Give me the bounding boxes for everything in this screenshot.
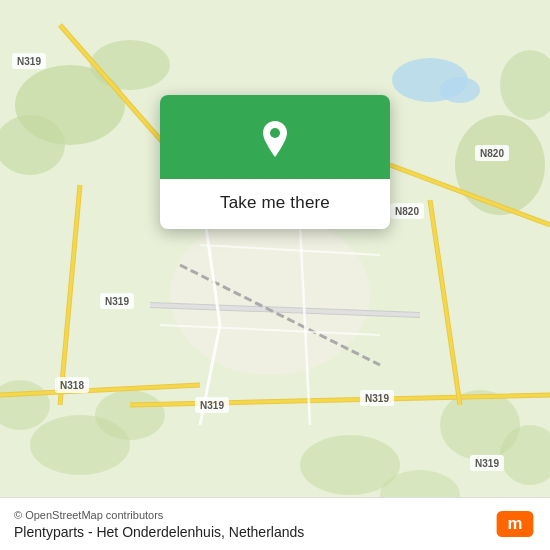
svg-point-2 bbox=[440, 77, 480, 103]
svg-point-5 bbox=[90, 40, 170, 90]
svg-point-6 bbox=[455, 115, 545, 215]
popup-card: Take me there bbox=[160, 95, 390, 229]
svg-text:N319: N319 bbox=[200, 400, 224, 411]
map-container: N319 N319 N318 N319 N319 N319 N820 N820 bbox=[0, 0, 550, 550]
moovit-logo-icon: m bbox=[494, 507, 536, 541]
svg-text:N820: N820 bbox=[480, 148, 504, 159]
svg-text:N318: N318 bbox=[60, 380, 84, 391]
svg-point-15 bbox=[170, 215, 370, 375]
copyright-text: © OpenStreetMap contributors bbox=[14, 509, 304, 521]
take-me-there-button[interactable]: Take me there bbox=[220, 193, 330, 213]
svg-point-53 bbox=[270, 128, 280, 138]
svg-text:N319: N319 bbox=[17, 56, 41, 67]
svg-text:N820: N820 bbox=[395, 206, 419, 217]
svg-text:m: m bbox=[508, 514, 523, 533]
location-pin-icon bbox=[253, 117, 297, 161]
popup-top bbox=[160, 95, 390, 179]
bottom-left: © OpenStreetMap contributors Plentyparts… bbox=[14, 509, 304, 540]
popup-bottom: Take me there bbox=[160, 179, 390, 229]
svg-text:N319: N319 bbox=[475, 458, 499, 469]
moovit-logo: m bbox=[494, 507, 536, 541]
svg-text:N319: N319 bbox=[365, 393, 389, 404]
svg-text:N319: N319 bbox=[105, 296, 129, 307]
svg-point-12 bbox=[95, 390, 165, 440]
location-title: Plentyparts - Het Onderdelenhuis, Nether… bbox=[14, 524, 304, 540]
bottom-bar: © OpenStreetMap contributors Plentyparts… bbox=[0, 497, 550, 550]
